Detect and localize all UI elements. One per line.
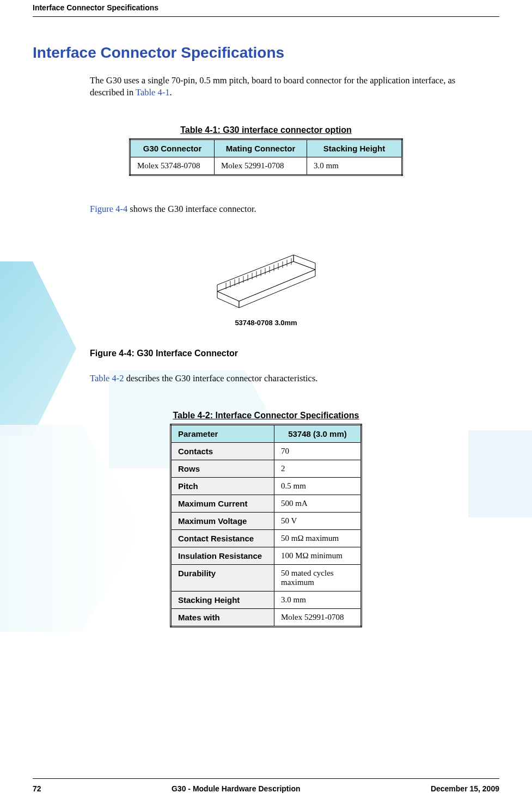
table-4-2: Parameter 53748 (3.0 mm) Contacts70Rows2… [170,424,362,627]
figure-part-label: 53748-0708 3.0mm [235,319,297,327]
table-row: Stacking Height3.0 mm [171,591,362,609]
connector-illustration [206,237,326,313]
intro-text-b: . [170,87,172,97]
t2-param: Maximum Voltage [171,513,274,530]
figure-4-4-link[interactable]: Figure 4-4 [90,204,127,214]
table-row: Contacts70 [171,443,362,460]
t1-header-mating: Mating Connector [215,139,307,157]
t2-header-param: Parameter [171,425,274,443]
table-row: Maximum Current500 mA [171,495,362,513]
t2-value: 500 mA [274,495,362,513]
t2-value: 50 V [274,513,362,530]
t2-param: Contacts [171,443,274,460]
t2-param: Mates with [171,609,274,627]
table-row: Maximum Voltage50 V [171,513,362,530]
t2-value: 3.0 mm [274,591,362,609]
running-header: Interface Connector Specifications [33,0,499,17]
t1-header-stacking: Stacking Height [307,139,402,157]
t1-cell: Molex 53748-0708 [130,157,215,175]
doc-date: December 15, 2009 [431,784,499,793]
t2-value: 50 mated cycles maximum [274,565,362,591]
t2-param: Maximum Current [171,495,274,513]
figure-4-4-caption: Figure 4-4: G30 Interface Connector [90,349,488,358]
table-row: Molex 53748-0708 Molex 52991-0708 3.0 mm [130,157,402,175]
t2-value: Molex 52991-0708 [274,609,362,627]
table-row: Durability50 mated cycles maximum [171,565,362,591]
table-row: Contact Resistance50 mΩ maximum [171,530,362,547]
t2-param: Durability [171,565,274,591]
figure-ref-paragraph: Figure 4-4 shows the G30 interface conne… [90,203,488,215]
table-4-1-link[interactable]: Table 4-1 [136,87,170,97]
page-footer: 72 G30 - Module Hardware Description Dec… [33,778,499,793]
t2-value: 70 [274,443,362,460]
t2-value: 0.5 mm [274,478,362,495]
t2-value: 2 [274,460,362,478]
table-4-1: G30 Connector Mating Connector Stacking … [129,138,403,176]
t1-header-g30: G30 Connector [130,139,215,157]
t2-value: 100 MΩ minimum [274,547,362,565]
doc-title: G30 - Module Hardware Description [172,784,301,793]
t1-cell: Molex 52991-0708 [215,157,307,175]
table-4-2-link[interactable]: Table 4-2 [90,373,124,383]
t2-param: Rows [171,460,274,478]
table-row: Insulation Resistance100 MΩ minimum [171,547,362,565]
t2-param: Pitch [171,478,274,495]
figure-4-4: 53748-0708 3.0mm [33,237,499,327]
t1-cell: 3.0 mm [307,157,402,175]
t2-header-val: 53748 (3.0 mm) [274,425,362,443]
table2-ref-text: describes the G30 interface connector ch… [124,373,318,383]
table2-ref-paragraph: Table 4-2 describes the G30 interface co… [90,373,488,385]
figure-ref-text: shows the G30 interface connector. [127,204,256,214]
table-row: Pitch0.5 mm [171,478,362,495]
page-title: Interface Connector Specifications [33,44,499,62]
t2-param: Stacking Height [171,591,274,609]
table-4-1-caption: Table 4-1: G30 interface connector optio… [33,125,499,135]
table-row: Mates withMolex 52991-0708 [171,609,362,627]
table-row: Rows2 [171,460,362,478]
table-4-2-caption: Table 4-2: Interface Connector Specifica… [33,411,499,420]
t2-value: 50 mΩ maximum [274,530,362,547]
page-number: 72 [33,784,41,793]
intro-paragraph: The G30 uses a single 70-pin, 0.5 mm pit… [90,75,488,99]
t2-param: Contact Resistance [171,530,274,547]
t2-param: Insulation Resistance [171,547,274,565]
